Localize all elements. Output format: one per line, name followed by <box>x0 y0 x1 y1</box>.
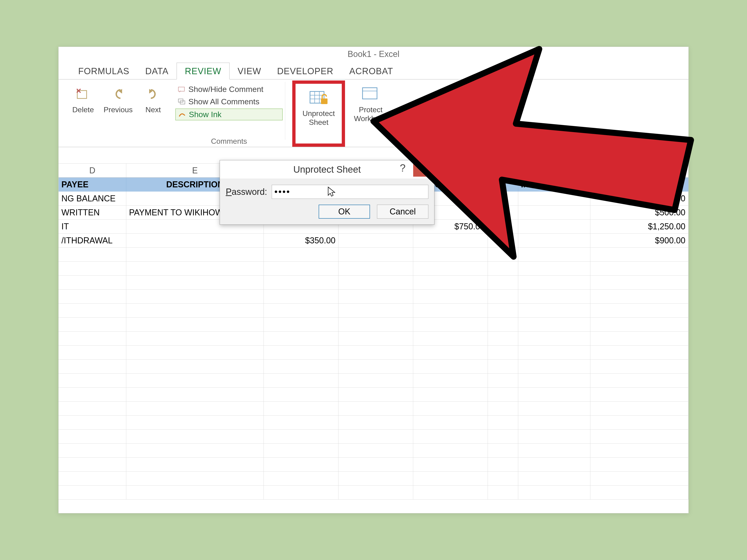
cell[interactable] <box>488 458 518 471</box>
cell[interactable] <box>488 275 518 289</box>
cell[interactable] <box>488 262 518 275</box>
cell[interactable] <box>59 416 126 429</box>
cell[interactable] <box>518 192 591 205</box>
cell[interactable] <box>59 402 126 415</box>
cell[interactable] <box>338 458 413 471</box>
cell[interactable] <box>518 219 591 233</box>
cell[interactable] <box>59 388 126 401</box>
tab-review[interactable]: REVIEW <box>177 62 230 80</box>
cell[interactable] <box>518 430 591 443</box>
cell[interactable] <box>488 359 518 373</box>
cell[interactable] <box>264 458 338 471</box>
cell[interactable] <box>59 303 126 317</box>
cell[interactable] <box>413 346 488 359</box>
cell[interactable] <box>518 359 591 373</box>
cell[interactable] <box>126 374 264 387</box>
show-ink-button[interactable]: Show Ink <box>175 108 283 121</box>
cell[interactable] <box>488 402 518 415</box>
cell[interactable] <box>590 303 688 317</box>
cell[interactable] <box>338 290 413 303</box>
cell[interactable] <box>264 416 338 429</box>
cell[interactable] <box>59 262 126 275</box>
cell[interactable] <box>126 275 264 289</box>
cell[interactable] <box>413 262 488 275</box>
cell[interactable] <box>488 219 518 233</box>
cell[interactable] <box>590 485 688 499</box>
cell[interactable] <box>413 374 488 387</box>
cell[interactable] <box>518 290 591 303</box>
cell[interactable] <box>264 290 338 303</box>
cell[interactable] <box>413 472 488 485</box>
cell[interactable] <box>518 472 591 485</box>
cancel-button[interactable]: Cancel <box>377 205 428 219</box>
protect-workbook-button[interactable]: Protect Workbook <box>347 82 394 147</box>
col-header-j[interactable]: J <box>518 164 591 177</box>
cell[interactable] <box>488 485 518 499</box>
cell[interactable] <box>590 472 688 485</box>
cell[interactable] <box>126 262 264 275</box>
cell[interactable] <box>518 247 591 261</box>
cell[interactable] <box>413 458 488 471</box>
cell[interactable] <box>338 416 413 429</box>
cell[interactable]: $1,000.00 <box>590 192 688 205</box>
cell[interactable] <box>59 472 126 485</box>
cell[interactable] <box>590 374 688 387</box>
cell[interactable] <box>413 402 488 415</box>
cell[interactable] <box>413 331 488 345</box>
cell[interactable] <box>338 388 413 401</box>
cell[interactable] <box>590 331 688 345</box>
cell[interactable] <box>518 275 591 289</box>
cell[interactable] <box>590 247 688 261</box>
cell[interactable] <box>413 444 488 457</box>
cell[interactable] <box>264 303 338 317</box>
cell[interactable] <box>126 331 264 345</box>
tab-acrobat[interactable]: ACROBAT <box>341 63 401 79</box>
cell[interactable] <box>59 247 126 261</box>
cell[interactable] <box>590 359 688 373</box>
cell[interactable] <box>488 444 518 457</box>
cell[interactable] <box>338 472 413 485</box>
hdr-payee[interactable]: PAYEE <box>59 178 126 192</box>
show-hide-comment-button[interactable]: Show/Hide Comment <box>175 84 283 95</box>
cell[interactable] <box>488 374 518 387</box>
cell[interactable] <box>413 318 488 331</box>
cell[interactable] <box>264 374 338 387</box>
cell[interactable] <box>126 430 264 443</box>
cell[interactable] <box>338 234 413 247</box>
cell[interactable] <box>264 346 338 359</box>
password-input[interactable] <box>272 185 428 199</box>
cell[interactable] <box>126 485 264 499</box>
show-all-comments-button[interactable]: Show All Comments <box>175 96 283 107</box>
cell[interactable] <box>413 290 488 303</box>
cell[interactable] <box>518 234 591 247</box>
col-header-d[interactable]: D <box>59 164 126 177</box>
cell[interactable] <box>590 318 688 331</box>
cell[interactable] <box>126 458 264 471</box>
cell[interactable] <box>264 472 338 485</box>
cell[interactable] <box>59 444 126 457</box>
cell[interactable] <box>590 444 688 457</box>
cell[interactable] <box>126 444 264 457</box>
cell[interactable] <box>518 318 591 331</box>
cell[interactable] <box>590 430 688 443</box>
cell[interactable] <box>590 458 688 471</box>
delete-comment-button[interactable]: Delete <box>66 82 101 147</box>
cell[interactable]: IT <box>59 219 126 233</box>
cell[interactable] <box>338 303 413 317</box>
cell[interactable] <box>590 275 688 289</box>
cell[interactable] <box>338 359 413 373</box>
cell[interactable] <box>518 485 591 499</box>
cell[interactable] <box>518 206 591 219</box>
cell[interactable] <box>59 485 126 499</box>
tab-data[interactable]: DATA <box>137 63 177 79</box>
cell[interactable] <box>413 275 488 289</box>
cell[interactable] <box>413 388 488 401</box>
cell[interactable] <box>126 303 264 317</box>
cell[interactable] <box>126 346 264 359</box>
cell[interactable] <box>264 262 338 275</box>
cell[interactable] <box>413 359 488 373</box>
cell[interactable]: $900.00 <box>590 234 688 247</box>
cell[interactable] <box>126 290 264 303</box>
cell[interactable] <box>488 430 518 443</box>
cell[interactable] <box>488 234 518 247</box>
